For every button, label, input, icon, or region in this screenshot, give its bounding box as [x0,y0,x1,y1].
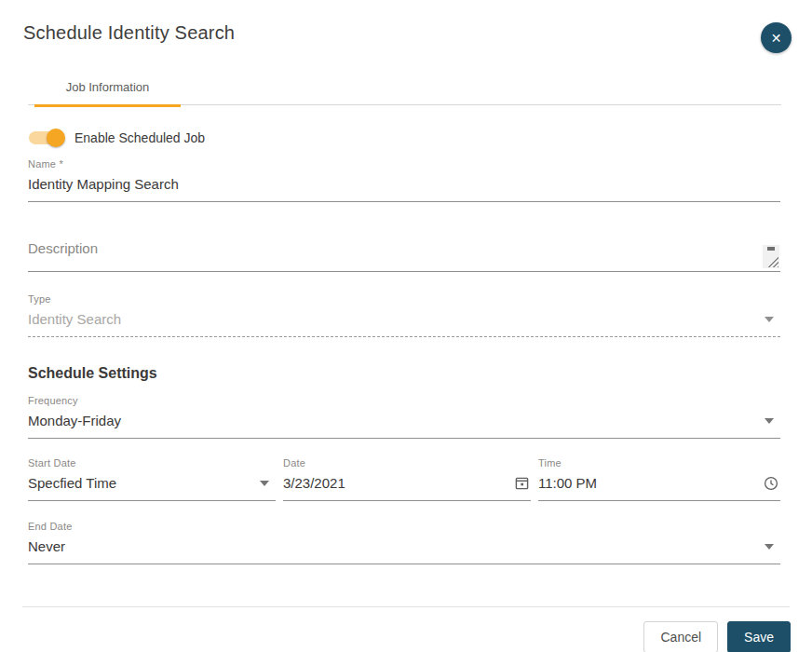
type-field-group: Type Identity Search [28,293,780,337]
end-date-select[interactable]: Never [28,532,780,564]
dialog-title: Schedule Identity Search [23,22,235,44]
enable-scheduled-job-toggle[interactable] [29,131,62,144]
tab-job-information[interactable]: Job Information [34,73,181,104]
textarea-resize-grip[interactable] [763,245,779,268]
save-button[interactable]: Save [727,621,791,652]
start-date-select[interactable]: Specfied Time [28,469,276,501]
time-label: Time [538,457,780,469]
close-icon: ✕ [771,32,782,45]
type-value: Identity Search [28,311,121,327]
cancel-button[interactable]: Cancel [643,621,718,652]
frequency-field-group: Frequency Monday-Friday [28,395,780,439]
end-date-label: End Date [28,521,780,532]
date-label: Date [283,457,531,469]
start-date-row: Start Date Specfied Time Date 3/23/2021 … [28,457,780,501]
chevron-down-icon [765,418,774,424]
resize-handle-icon [767,256,778,267]
calendar-icon[interactable] [515,476,529,490]
end-date-field-group: End Date Never [28,521,780,564]
date-value: 3/23/2021 [283,475,345,491]
chevron-down-icon [765,317,774,322]
start-date-label: Start Date [28,457,276,469]
close-button[interactable]: ✕ [761,22,792,53]
chevron-down-icon [260,481,269,486]
dialog-footer: Cancel Save [0,607,812,652]
schedule-identity-search-dialog: Schedule Identity Search ✕ Job Informati… [0,0,812,652]
enable-scheduled-job-label: Enable Scheduled Job [74,130,205,145]
enable-scheduled-job-row: Enable Scheduled Job [29,130,780,145]
frequency-value: Monday-Friday [28,413,121,428]
start-date-field-group: Start Date Specfied Time [28,457,276,501]
date-input[interactable]: 3/23/2021 [283,469,531,501]
description-field-group [28,233,780,272]
schedule-settings-heading: Schedule Settings [28,365,780,382]
end-date-value: Never [28,538,65,554]
tab-bar: Job Information [28,73,781,105]
dialog-header: Schedule Identity Search ✕ [0,0,812,53]
frequency-select[interactable]: Monday-Friday [28,406,780,439]
time-field-group: Time 11:00 PM [538,457,780,501]
name-input[interactable] [28,170,780,202]
clock-icon[interactable] [764,476,778,491]
type-label: Type [28,293,780,305]
description-input[interactable] [28,233,780,272]
name-label: Name * [28,158,780,170]
scrollbar-thumb [767,247,775,251]
date-field-group: Date 3/23/2021 [283,457,531,501]
type-select: Identity Search [28,305,780,337]
start-date-value: Specfied Time [28,475,116,491]
time-input[interactable]: 11:00 PM [538,469,780,501]
toggle-thumb [47,129,65,147]
name-field-group: Name * [28,158,780,202]
time-value: 11:00 PM [538,475,597,491]
frequency-label: Frequency [28,395,780,406]
chevron-down-icon [765,544,774,550]
